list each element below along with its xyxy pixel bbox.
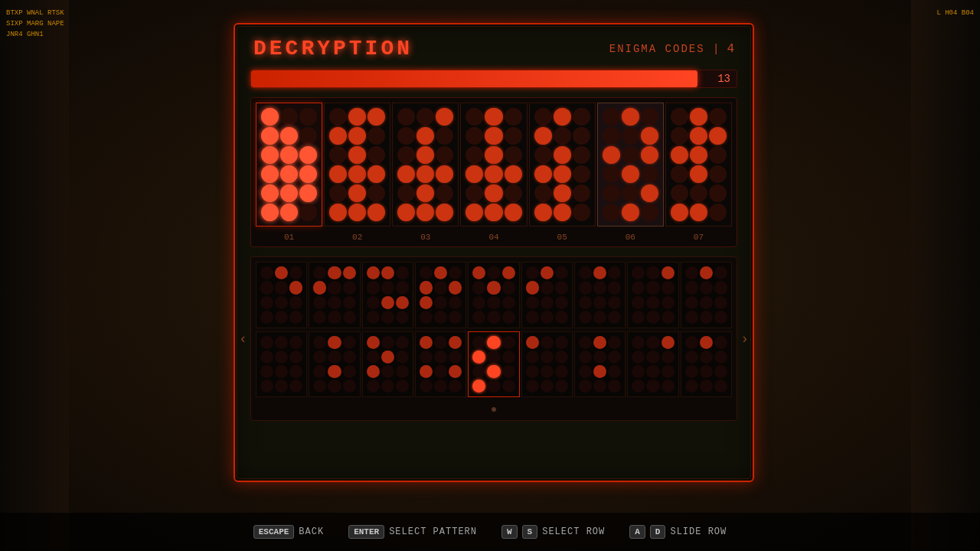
- bottom-dot: [646, 296, 659, 309]
- dot: [641, 204, 658, 221]
- dot: [329, 184, 347, 202]
- bottom-dot: [328, 296, 341, 309]
- bottom-row-1-cell-0[interactable]: [256, 262, 307, 328]
- bottom-dot: [700, 350, 713, 364]
- bottom-row-1-cell-4[interactable]: [468, 262, 519, 328]
- bottom-dot: [646, 365, 659, 378]
- left-panel-text: BTXP WNAL RTSK SIXP MARG NAPE JNR4 GHN1: [6, 8, 69, 40]
- dot: [554, 108, 571, 126]
- bottom-dot: [420, 311, 433, 324]
- bottom-dot: [367, 380, 380, 393]
- bottom-dot: [289, 296, 302, 309]
- dot: [466, 165, 483, 183]
- bottom-row-1-cell-1[interactable]: [309, 262, 360, 328]
- bottom-dot: [328, 350, 341, 364]
- bottom-dot: [472, 296, 485, 309]
- bottom-dot: [526, 311, 539, 324]
- escape-key: ESCAPE: [253, 525, 295, 539]
- bottom-row-1-cell-3[interactable]: [415, 262, 466, 328]
- bottom-row-2-cell-3[interactable]: [415, 331, 466, 397]
- bottom-row-1-cell-8[interactable]: [681, 262, 732, 328]
- bottom-dot: [328, 365, 341, 378]
- bottom-row-2-cell-4[interactable]: [468, 331, 519, 397]
- bottom-row-2-cell-8[interactable]: [681, 331, 732, 397]
- bottom-dot: [662, 365, 675, 378]
- bottom-pattern-7: [630, 334, 675, 394]
- bottom-dot: [662, 281, 675, 294]
- top-grid-cell-0[interactable]: [256, 103, 322, 227]
- bottom-pattern-4: [471, 265, 516, 324]
- bottom-dot: [434, 336, 447, 349]
- bottom-pattern-4: [471, 334, 516, 394]
- bottom-dot: [396, 311, 409, 324]
- bottom-dot: [593, 350, 606, 364]
- main-panel: DECRYPTION ENIGMA CODES | 4 13 010203040…: [234, 23, 754, 482]
- top-grid-cell-2[interactable]: [392, 103, 459, 227]
- bottom-row-2-cell-5[interactable]: [521, 331, 573, 397]
- bottom-dot: [449, 350, 462, 364]
- dot: [348, 127, 366, 145]
- bottom-dot: [714, 365, 727, 378]
- dot: [299, 108, 317, 126]
- bottom-dot: [381, 365, 394, 378]
- bottom-dot: [275, 311, 288, 324]
- bottom-row-2-cell-7[interactable]: [627, 331, 678, 397]
- bottom-dot: [367, 350, 380, 364]
- bottom-dot: [420, 380, 433, 393]
- dot: [709, 127, 727, 145]
- top-grid-cell-5[interactable]: [597, 103, 664, 227]
- dot: [416, 108, 434, 126]
- bottom-dot: [381, 380, 394, 393]
- arrow-left[interactable]: ‹: [239, 331, 247, 347]
- right-panel-text: L H04 B04: [936, 8, 974, 18]
- bottom-dot: [608, 365, 621, 378]
- bottom-dot: [420, 336, 433, 349]
- bottom-row-2-cell-1[interactable]: [309, 331, 360, 397]
- bottom-dot: [662, 380, 675, 393]
- bottom-dot: [700, 266, 713, 279]
- hud-item-enter: ENTER SELECT PATTERN: [348, 525, 477, 539]
- bottom-dot: [275, 350, 288, 364]
- dot: [466, 184, 483, 202]
- dot: [348, 108, 366, 126]
- dot: [622, 204, 639, 221]
- dot: [690, 184, 707, 202]
- top-grid-cell-6[interactable]: [665, 103, 732, 227]
- bottom-dot: [685, 380, 698, 393]
- bottom-row-1-cell-5[interactable]: [521, 262, 573, 328]
- arrow-right[interactable]: ›: [740, 331, 749, 347]
- dot: [280, 146, 298, 164]
- bottom-dot: [343, 380, 356, 393]
- pattern-wrapper-2: [396, 106, 455, 223]
- bottom-row-1: [256, 262, 732, 328]
- bottom-row-2-cell-0[interactable]: [256, 331, 307, 397]
- bottom-dot: [381, 296, 394, 309]
- bottom-dot: [289, 336, 302, 349]
- pattern-wrapper-4: [533, 106, 592, 223]
- bottom-row-1-cell-6[interactable]: [574, 262, 626, 328]
- dot: [368, 165, 385, 183]
- enigma-label: ENIGMA CODES |: [609, 43, 721, 55]
- bottom-row-2-cell-6[interactable]: [574, 331, 626, 397]
- dot: [505, 204, 522, 221]
- bottom-dot: [579, 266, 592, 279]
- bottom-dot: [714, 311, 727, 324]
- bottom-dot: [526, 336, 539, 349]
- hud-item-ws: W S SELECT ROW: [501, 525, 605, 539]
- top-grid-cell-4[interactable]: [529, 103, 596, 227]
- bottom-row-1-cell-7[interactable]: [627, 262, 678, 328]
- bottom-dot: [685, 296, 698, 309]
- top-grid-cell-1[interactable]: [324, 103, 390, 227]
- bottom-dot: [289, 380, 302, 393]
- bottom-dot: [714, 281, 727, 294]
- top-grid-cell-3[interactable]: [460, 103, 527, 227]
- hud-item-escape: ESCAPE BACK: [253, 525, 324, 539]
- dot: [641, 165, 658, 183]
- dot: [466, 204, 483, 221]
- bottom-row-2-cell-2[interactable]: [362, 331, 413, 397]
- bottom-row-1-cell-2[interactable]: [362, 262, 413, 328]
- dot: [329, 146, 347, 164]
- progress-bar-fill: [251, 70, 697, 87]
- bottom-dot: [313, 281, 326, 294]
- bottom-dot: [646, 311, 659, 324]
